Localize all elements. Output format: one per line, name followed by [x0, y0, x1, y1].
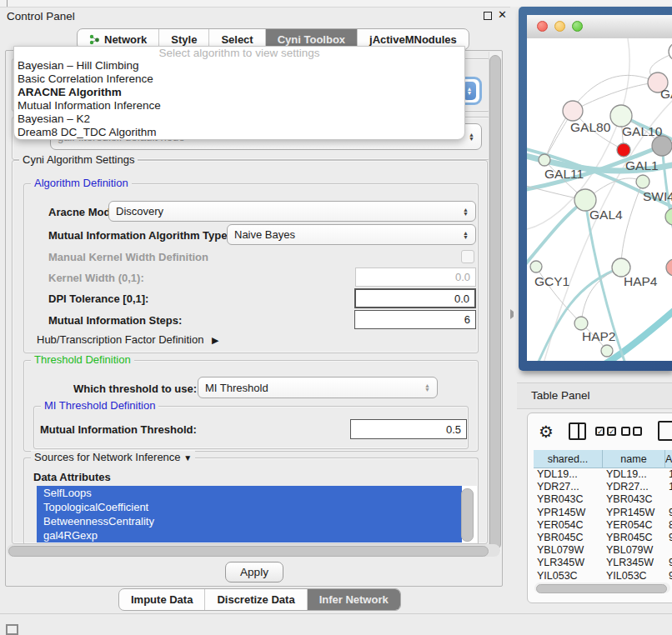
aracne-mode-combo[interactable]: Discovery ▲▼ [108, 201, 476, 222]
network-edge [544, 75, 658, 160]
node-label: GAL4 [589, 208, 623, 222]
algorithm-definition-title: Algorithm Definition [31, 177, 132, 189]
data-attributes-label: Data Attributes [33, 471, 111, 483]
table-row[interactable]: YIL053CYIL053C9 [534, 570, 672, 582]
attribute-item[interactable]: gal4RGexp [37, 528, 462, 542]
new-table-icon[interactable] [658, 421, 672, 441]
hub-section-toggle[interactable]: Hub/Transcription Factor Definition ▶ [37, 333, 218, 346]
table-cell: 8. [665, 519, 672, 531]
gear-icon[interactable]: ⚙ [539, 421, 554, 442]
network-node-hap2[interactable] [574, 317, 588, 330]
algorithm-option[interactable]: ARACNE Algorithm [14, 86, 464, 99]
column-header[interactable]: name [603, 450, 665, 468]
network-node[interactable] [617, 143, 630, 157]
mi-steps-label: Mutual Information Steps: [48, 314, 182, 327]
table-cell: YLR345W [603, 557, 665, 568]
network-node-gal80[interactable] [563, 101, 583, 121]
table-hscrollbar-thumb[interactable] [536, 584, 667, 593]
algorithm-option[interactable]: Dream8 DC_TDC Algorithm [14, 126, 464, 139]
kernel-width-field[interactable]: 0.0 [355, 268, 476, 287]
table-row[interactable]: YBL079WYBL079W [534, 544, 672, 556]
algorithm-option[interactable]: Bayesian – K2 [14, 112, 464, 126]
minimize-traffic-light-icon[interactable] [554, 21, 565, 32]
network-node[interactable] [669, 42, 672, 61]
table-cell: YIL053C [603, 570, 665, 582]
attribute-item[interactable]: TopologicalCoefficient [37, 500, 462, 514]
table-panel-title: Table Panel [531, 389, 590, 402]
network-window-titlebar[interactable] [527, 15, 672, 39]
mi-steps-field[interactable]: 6 [354, 310, 476, 329]
node-label: GAL10 [622, 124, 663, 138]
attribute-item[interactable]: BetweennessCentrality [37, 514, 462, 528]
attribute-item[interactable]: SelfLoops [37, 486, 462, 500]
mi-type-label: Mutual Information Algorithm Type: [48, 229, 231, 242]
mi-threshold-label: Mutual Information Threshold: [40, 423, 197, 436]
threshold-definition-title: Threshold Definition [31, 353, 134, 366]
table-row[interactable]: YDL19...YDL19...13 [534, 468, 672, 480]
table-row[interactable]: YPR145WYPR145W9. [534, 507, 672, 518]
table-cell: 13 [665, 468, 672, 480]
close-icon[interactable]: ✕ [498, 8, 507, 21]
mi-type-combo[interactable]: Naive Bayes ▲▼ [227, 224, 476, 245]
table-row[interactable]: YER054CYER054C8. [534, 519, 672, 531]
combo-stepper-icon: ▲▼ [463, 208, 469, 216]
tab-infer-network[interactable]: Infer Network [308, 589, 400, 610]
table-row[interactable]: YDR27...YDR27...12 [534, 481, 672, 492]
table-row[interactable]: YLR345WYLR345W9. [534, 557, 672, 568]
panel-top-border [0, 7, 510, 8]
aracne-mode-value: Discovery [116, 205, 163, 218]
table-row[interactable]: YBR045CYBR045C9. [534, 532, 672, 543]
table-cell: 9. [665, 532, 672, 543]
network-node-swi4[interactable] [665, 208, 672, 225]
deselect-all-checkboxes-icon[interactable] [621, 427, 642, 436]
split-columns-icon[interactable] [569, 422, 586, 440]
horizontal-scrollbar-thumb[interactable] [8, 546, 489, 557]
manual-kernel-checkbox[interactable] [461, 250, 474, 263]
network-node-gcy1[interactable] [530, 261, 542, 272]
apply-button[interactable]: Apply [225, 562, 283, 582]
network-node-gal11[interactable] [539, 154, 550, 166]
node-label: HAP2 [582, 329, 616, 343]
network-node-gal1[interactable] [636, 175, 649, 188]
table-cell: YLR345W [534, 557, 603, 568]
divider-handle-icon[interactable] [510, 309, 519, 319]
network-node[interactable] [601, 345, 613, 357]
zoom-traffic-light-icon[interactable] [572, 21, 583, 32]
algorithm-option[interactable]: Mutual Information Inference [14, 99, 464, 112]
list-scrollbar-thumb[interactable] [461, 488, 474, 542]
tab-discretize-data[interactable]: Discretize Data [205, 589, 307, 610]
network-canvas[interactable]: GALGAL80GAL10GAL1GAL11GAL4SWI4GCY1HAP4YH… [527, 38, 672, 361]
combo-stepper-icon: ▲▼ [463, 231, 469, 239]
dpi-field[interactable]: 0.0 [354, 288, 476, 308]
float-icon[interactable] [484, 12, 492, 20]
table-cell: YDL19... [534, 468, 603, 480]
table-row[interactable]: YBR043CYBR043C [534, 493, 672, 505]
dpi-label: DPI Tolerance [0,1]: [48, 292, 148, 305]
which-threshold-combo[interactable]: MI Threshold ▲▼ [198, 377, 438, 398]
algorithm-option[interactable]: Bayesian – Hill Climbing [14, 59, 464, 72]
node-label: GAL11 [544, 167, 584, 181]
sources-group-title[interactable]: Sources for Network Inference ▼ [31, 451, 195, 463]
algorithm-popup: Select algorithm to view settings Bayesi… [13, 46, 465, 140]
algorithm-option[interactable]: Basic Correlation Inference [14, 72, 464, 86]
data-attributes-list[interactable]: SelfLoopsTopologicalCoefficientBetweenne… [37, 486, 477, 542]
network-node-y[interactable] [666, 259, 672, 276]
column-header[interactable]: A [665, 450, 672, 468]
vertical-scrollbar-thumb[interactable] [489, 55, 501, 550]
sources-title-text: Sources for Network Inference [34, 451, 181, 463]
table-cell: YER054C [534, 519, 603, 531]
close-traffic-light-icon[interactable] [537, 21, 548, 32]
tab-impute-data[interactable]: Impute Data [119, 589, 205, 610]
tab-label: Cyni Toolbox [278, 33, 345, 46]
table-cell: 9. [665, 557, 672, 568]
popup-item-list: Bayesian – Hill ClimbingBasic Correlatio… [14, 59, 464, 139]
combo-stepper-icon: ▲▼ [469, 132, 474, 141]
dock-panel-icon[interactable] [6, 624, 18, 635]
column-header[interactable]: shared... [534, 450, 603, 468]
table-panel-titlebar: Table Panel [517, 382, 672, 409]
mi-threshold-field[interactable]: 0.5 [350, 419, 467, 439]
select-all-checkboxes-icon[interactable]: ✓ ✓ [595, 427, 616, 436]
table-header: shared... name A [534, 450, 672, 468]
attr-item-list: SelfLoopsTopologicalCoefficientBetweenne… [37, 486, 477, 542]
network-node[interactable] [652, 136, 672, 156]
